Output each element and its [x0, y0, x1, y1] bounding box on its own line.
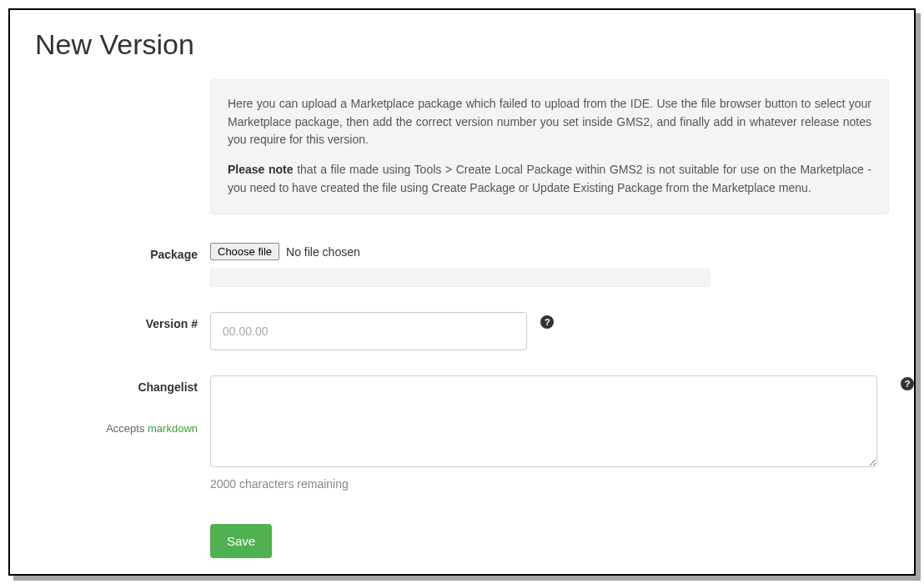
info-note-rest: that a file made using Tools > Create Lo… [228, 163, 871, 194]
choose-file-button[interactable]: Choose file [210, 243, 279, 260]
markdown-link[interactable]: markdown [148, 422, 198, 435]
help-icon[interactable]: ? [901, 377, 914, 390]
page-card: New Version Here you can upload a Market… [8, 8, 916, 576]
version-label: Version # [35, 317, 198, 330]
version-input[interactable] [210, 312, 527, 350]
package-row: Package Choose file No file chosen [210, 243, 889, 287]
version-row: Version # ? [210, 312, 889, 350]
no-file-text: No file chosen [286, 245, 360, 259]
form-content: Here you can upload a Marketplace packag… [210, 79, 889, 558]
changelist-label: Changelist Accepts markdown [35, 380, 198, 435]
page-title: New Version [35, 28, 889, 61]
info-paragraph-2: Please note that a file made using Tools… [228, 161, 871, 197]
accepts-prefix: Accepts [106, 422, 148, 435]
file-picker: Choose file No file chosen [210, 243, 889, 260]
help-icon[interactable]: ? [540, 315, 554, 329]
file-path-display [210, 269, 711, 287]
package-label: Package [35, 248, 198, 261]
changelist-row: Changelist Accepts markdown ? 2000 chara… [210, 375, 889, 491]
changelist-textarea[interactable] [210, 375, 877, 467]
markdown-hint: Accepts markdown [35, 422, 198, 435]
info-box: Here you can upload a Marketplace packag… [210, 79, 889, 214]
changelist-label-text: Changelist [138, 380, 198, 394]
info-note-strong: Please note [228, 163, 294, 176]
characters-remaining: 2000 characters remaining [210, 477, 889, 491]
info-paragraph-1: Here you can upload a Marketplace packag… [228, 95, 871, 149]
save-button[interactable]: Save [210, 524, 272, 558]
